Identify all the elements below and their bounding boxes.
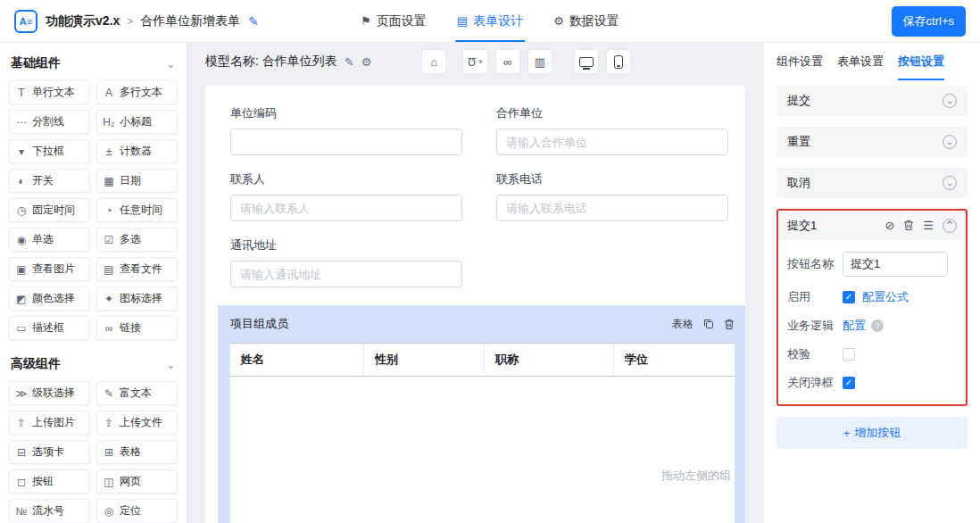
phone-input[interactable] xyxy=(496,195,728,221)
tab-page-settings[interactable]: ⚑ 页面设置 xyxy=(361,0,427,42)
tab-form-settings[interactable]: 表单设置 xyxy=(837,43,884,80)
question-circle-icon[interactable]: ? xyxy=(871,320,884,332)
copy-icon[interactable] xyxy=(703,319,714,329)
component-item[interactable]: ◷固定时间 xyxy=(9,198,90,222)
prop-label: 启用 xyxy=(787,289,843,305)
component-icon: ▾ xyxy=(15,145,28,158)
magnet-tool-button[interactable]: Ω▾ xyxy=(462,49,488,74)
component-item[interactable]: ▦日期 xyxy=(96,169,178,193)
component-item[interactable]: ◔任意时间 xyxy=(96,198,178,222)
chevron-down-circle-icon[interactable]: ⌄ xyxy=(943,94,957,108)
component-icon: ∞ xyxy=(103,322,115,335)
button-row-reset[interactable]: 重置 ⌄ xyxy=(777,127,968,157)
component-item[interactable]: ▤查看文件 xyxy=(96,257,178,281)
component-item[interactable]: ⋯分割线 xyxy=(9,110,90,134)
component-label: 单选 xyxy=(32,232,54,247)
prop-row-validate: 校验 xyxy=(787,346,957,362)
component-icon: ⋯ xyxy=(15,116,28,129)
component-item[interactable]: ▾下拉框 xyxy=(9,139,90,163)
button-row-submit[interactable]: 提交 ⌄ xyxy=(777,86,968,116)
main-area: 基础组件 ⌄ T单行文本 A多行文本 ⋯分割线 H₂小标题 ▾下拉框 ±计数器 … xyxy=(0,43,980,523)
validate-checkbox[interactable] xyxy=(843,348,855,361)
component-label: 链接 xyxy=(120,320,141,336)
tab-data-settings[interactable]: ⚙ 数据设置 xyxy=(553,0,619,42)
component-item[interactable]: ✦图标选择 xyxy=(96,286,178,311)
chevron-down-circle-icon[interactable]: ⌄ xyxy=(943,176,957,190)
building-icon: ⌂ xyxy=(430,55,437,69)
component-label: 查看图片 xyxy=(32,262,75,277)
chevron-up-circle-icon[interactable]: ⌃ xyxy=(943,219,957,233)
add-button-button[interactable]: + 增加按钮 xyxy=(777,417,968,449)
mobile-view-button[interactable] xyxy=(606,49,631,74)
component-item[interactable]: ◫网页 xyxy=(96,469,178,494)
trash-icon[interactable] xyxy=(903,220,914,231)
component-item[interactable]: ⇪上传文件 xyxy=(96,411,178,435)
top-header: A≡ 功能演示v2.x > 合作单位新增表单 ✎ ⚑ 页面设置 ▤ 表单设计 ⚙… xyxy=(0,0,980,43)
group-advanced-components[interactable]: 高级组件 ⌄ xyxy=(9,354,178,381)
component-icon: ▣ xyxy=(15,263,28,276)
component-item[interactable]: ◉单选 xyxy=(9,228,90,252)
component-icon: ◔ xyxy=(103,204,115,217)
tab-component-settings[interactable]: 组件设置 xyxy=(777,43,823,80)
component-item[interactable]: ◐开关 xyxy=(9,169,90,193)
enable-checkbox[interactable]: ✓ xyxy=(843,291,855,303)
partner-input[interactable] xyxy=(496,129,728,155)
desktop-view-button[interactable] xyxy=(574,49,599,74)
component-item[interactable]: ◩颜色选择 xyxy=(9,286,90,311)
component-item[interactable]: A多行文本 xyxy=(96,80,178,104)
disable-icon[interactable]: ⊘ xyxy=(884,219,894,232)
component-item[interactable]: ⊞表格 xyxy=(96,440,178,464)
chevron-down-circle-icon[interactable]: ⌄ xyxy=(943,135,957,149)
model-settings-icon[interactable]: ⚙ xyxy=(361,55,372,69)
close-dialog-checkbox[interactable]: ✓ xyxy=(843,377,855,389)
component-icon: ≫ xyxy=(15,387,28,400)
component-icon: ▭ xyxy=(15,322,28,335)
submit1-title: 提交1 xyxy=(787,218,884,234)
component-label: 下拉框 xyxy=(32,144,64,159)
field-label: 合作单位 xyxy=(496,105,728,121)
component-item[interactable]: ◻按钮 xyxy=(9,469,90,494)
component-item[interactable]: ⇧上传图片 xyxy=(9,411,90,435)
component-item[interactable]: H₂小标题 xyxy=(96,110,178,134)
component-item[interactable]: ◎定位 xyxy=(96,499,178,523)
formula-config-link[interactable]: 配置公式 xyxy=(862,289,909,305)
component-item[interactable]: ≫级联选择 xyxy=(9,381,90,405)
component-item[interactable]: ±计数器 xyxy=(96,139,178,163)
component-icon: T xyxy=(15,87,28,99)
component-item[interactable]: ☑多选 xyxy=(96,228,178,252)
component-item[interactable]: ▣查看图片 xyxy=(9,257,90,281)
group-basic-components[interactable]: 基础组件 ⌄ xyxy=(9,54,178,80)
table-component-block[interactable]: 项目组成员 表格 姓名 xyxy=(218,305,745,523)
submit1-header-icons: ⊘ ☰ ⌃ xyxy=(884,219,957,233)
component-item[interactable]: ▭描述框 xyxy=(9,316,90,340)
gear-icon: ⚙ xyxy=(553,14,564,28)
link-tool-button[interactable]: ∞ xyxy=(495,49,520,74)
tab-form-design[interactable]: ▤ 表单设计 xyxy=(457,0,523,42)
component-label: 日期 xyxy=(120,173,141,188)
button-name-input[interactable] xyxy=(843,252,948,277)
component-item[interactable]: ✎富文本 xyxy=(96,381,178,405)
component-item[interactable]: ∞链接 xyxy=(96,316,178,340)
trash-icon[interactable] xyxy=(724,319,735,330)
address-input[interactable] xyxy=(230,261,462,287)
tab-button-settings[interactable]: 按钮设置 xyxy=(898,43,944,80)
component-item[interactable]: №流水号 xyxy=(9,499,90,523)
logic-config-link[interactable]: 配置 xyxy=(843,318,866,334)
lock-tool-button[interactable]: ⌂ xyxy=(421,49,446,74)
component-label: 开关 xyxy=(32,173,54,188)
command-tool-button[interactable]: ▥ xyxy=(527,49,552,74)
unit-code-input[interactable] xyxy=(230,129,462,155)
table-column-header: 姓名 xyxy=(230,344,364,376)
component-item[interactable]: T单行文本 xyxy=(9,80,90,104)
component-label: 颜色选择 xyxy=(32,291,75,306)
button-row-cancel[interactable]: 取消 ⌄ xyxy=(777,168,968,198)
list-icon[interactable]: ☰ xyxy=(923,219,934,232)
model-edit-icon[interactable]: ✎ xyxy=(345,55,354,69)
member-table-body[interactable]: 拖动左侧的组 xyxy=(230,377,735,523)
contact-input[interactable] xyxy=(230,195,462,221)
form-field-partner: 合作单位 xyxy=(496,105,728,155)
component-item[interactable]: ⊟选项卡 xyxy=(9,440,90,464)
submit1-header[interactable]: 提交1 ⊘ ☰ ⌃ xyxy=(778,211,966,240)
save-button[interactable]: 保存ctrl+s xyxy=(892,6,966,37)
page-title-edit-icon[interactable]: ✎ xyxy=(248,14,259,29)
